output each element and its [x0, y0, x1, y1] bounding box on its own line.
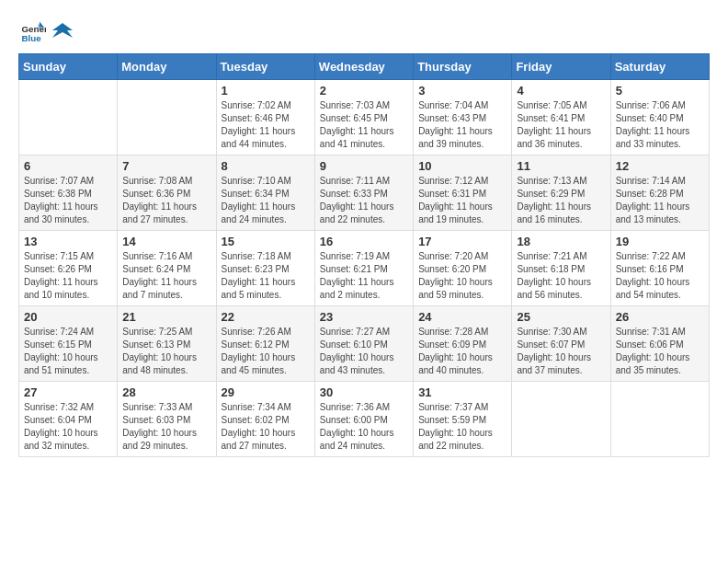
calendar-table: SundayMondayTuesdayWednesdayThursdayFrid…	[18, 53, 710, 457]
calendar-cell: 5Sunrise: 7:06 AM Sunset: 6:40 PM Daylig…	[610, 80, 709, 155]
day-number: 11	[517, 159, 605, 173]
calendar-cell: 18Sunrise: 7:21 AM Sunset: 6:18 PM Dayli…	[512, 231, 610, 306]
day-info: Sunrise: 7:12 AM Sunset: 6:31 PM Dayligh…	[418, 175, 506, 226]
weekday-header-friday: Friday	[512, 54, 610, 80]
week-row-4: 20Sunrise: 7:24 AM Sunset: 6:15 PM Dayli…	[19, 306, 710, 382]
calendar-cell: 20Sunrise: 7:24 AM Sunset: 6:15 PM Dayli…	[19, 306, 118, 382]
calendar-cell: 31Sunrise: 7:37 AM Sunset: 5:59 PM Dayli…	[414, 382, 512, 457]
day-info: Sunrise: 7:32 AM Sunset: 6:04 PM Dayligh…	[24, 401, 112, 453]
calendar-cell: 17Sunrise: 7:20 AM Sunset: 6:20 PM Dayli…	[414, 231, 512, 306]
week-row-5: 27Sunrise: 7:32 AM Sunset: 6:04 PM Dayli…	[19, 382, 710, 457]
calendar-cell: 9Sunrise: 7:11 AM Sunset: 6:33 PM Daylig…	[314, 155, 413, 231]
week-row-2: 6Sunrise: 7:07 AM Sunset: 6:38 PM Daylig…	[19, 155, 710, 231]
day-info: Sunrise: 7:22 AM Sunset: 6:16 PM Dayligh…	[616, 250, 704, 302]
day-number: 26	[616, 310, 704, 324]
calendar-cell: 11Sunrise: 7:13 AM Sunset: 6:29 PM Dayli…	[512, 155, 610, 231]
calendar-cell	[118, 80, 216, 155]
calendar-cell: 24Sunrise: 7:28 AM Sunset: 6:09 PM Dayli…	[414, 306, 512, 382]
calendar-cell: 6Sunrise: 7:07 AM Sunset: 6:38 PM Daylig…	[19, 155, 118, 231]
day-number: 31	[418, 385, 506, 399]
day-info: Sunrise: 7:30 AM Sunset: 6:07 PM Dayligh…	[517, 326, 605, 377]
day-number: 23	[320, 310, 408, 324]
calendar-cell	[512, 382, 610, 457]
calendar-cell: 27Sunrise: 7:32 AM Sunset: 6:04 PM Dayli…	[19, 382, 118, 457]
day-info: Sunrise: 7:27 AM Sunset: 6:10 PM Dayligh…	[320, 326, 408, 377]
day-info: Sunrise: 7:14 AM Sunset: 6:28 PM Dayligh…	[616, 175, 704, 226]
day-info: Sunrise: 7:11 AM Sunset: 6:33 PM Dayligh…	[320, 175, 408, 226]
calendar-cell: 30Sunrise: 7:36 AM Sunset: 6:00 PM Dayli…	[314, 382, 413, 457]
day-info: Sunrise: 7:03 AM Sunset: 6:45 PM Dayligh…	[320, 99, 408, 151]
day-number: 24	[418, 310, 506, 324]
calendar-cell: 12Sunrise: 7:14 AM Sunset: 6:28 PM Dayli…	[610, 155, 709, 231]
day-number: 30	[320, 385, 408, 399]
weekday-header-row: SundayMondayTuesdayWednesdayThursdayFrid…	[19, 54, 710, 80]
day-info: Sunrise: 7:20 AM Sunset: 6:20 PM Dayligh…	[418, 250, 506, 302]
weekday-header-tuesday: Tuesday	[216, 54, 314, 80]
calendar-cell: 2Sunrise: 7:03 AM Sunset: 6:45 PM Daylig…	[314, 80, 413, 155]
day-info: Sunrise: 7:26 AM Sunset: 6:12 PM Dayligh…	[222, 326, 310, 377]
day-info: Sunrise: 7:15 AM Sunset: 6:26 PM Dayligh…	[24, 250, 112, 302]
weekday-header-sunday: Sunday	[19, 54, 118, 80]
day-number: 18	[517, 235, 605, 248]
calendar-cell: 21Sunrise: 7:25 AM Sunset: 6:13 PM Dayli…	[118, 306, 216, 382]
calendar-cell: 13Sunrise: 7:15 AM Sunset: 6:26 PM Dayli…	[19, 231, 118, 306]
day-info: Sunrise: 7:06 AM Sunset: 6:40 PM Dayligh…	[616, 99, 704, 151]
calendar-cell: 22Sunrise: 7:26 AM Sunset: 6:12 PM Dayli…	[216, 306, 314, 382]
day-number: 13	[24, 235, 112, 248]
logo: General Blue	[18, 18, 73, 44]
logo-icon: General Blue	[20, 18, 46, 44]
day-info: Sunrise: 7:28 AM Sunset: 6:09 PM Dayligh…	[418, 326, 506, 377]
day-number: 16	[320, 235, 408, 248]
day-info: Sunrise: 7:02 AM Sunset: 6:46 PM Dayligh…	[222, 99, 310, 151]
day-number: 7	[122, 159, 210, 173]
calendar-cell: 8Sunrise: 7:10 AM Sunset: 6:34 PM Daylig…	[216, 155, 314, 231]
day-number: 27	[24, 385, 112, 399]
calendar-cell: 19Sunrise: 7:22 AM Sunset: 6:16 PM Dayli…	[610, 231, 709, 306]
day-info: Sunrise: 7:33 AM Sunset: 6:03 PM Dayligh…	[122, 401, 210, 453]
day-info: Sunrise: 7:07 AM Sunset: 6:38 PM Dayligh…	[24, 175, 112, 226]
day-info: Sunrise: 7:04 AM Sunset: 6:43 PM Dayligh…	[418, 99, 506, 151]
day-number: 14	[122, 235, 210, 248]
day-info: Sunrise: 7:24 AM Sunset: 6:15 PM Dayligh…	[24, 326, 112, 377]
calendar-cell: 16Sunrise: 7:19 AM Sunset: 6:21 PM Dayli…	[314, 231, 413, 306]
weekday-header-thursday: Thursday	[414, 54, 512, 80]
calendar-cell	[19, 80, 118, 155]
calendar-cell: 28Sunrise: 7:33 AM Sunset: 6:03 PM Dayli…	[118, 382, 216, 457]
day-number: 8	[222, 159, 310, 173]
day-info: Sunrise: 7:31 AM Sunset: 6:06 PM Dayligh…	[616, 326, 704, 377]
weekday-header-monday: Monday	[118, 54, 216, 80]
day-info: Sunrise: 7:08 AM Sunset: 6:36 PM Dayligh…	[122, 175, 210, 226]
day-info: Sunrise: 7:16 AM Sunset: 6:24 PM Dayligh…	[122, 250, 210, 302]
day-number: 28	[122, 385, 210, 399]
day-info: Sunrise: 7:34 AM Sunset: 6:02 PM Dayligh…	[222, 401, 310, 453]
calendar-cell: 4Sunrise: 7:05 AM Sunset: 6:41 PM Daylig…	[512, 80, 610, 155]
day-info: Sunrise: 7:25 AM Sunset: 6:13 PM Dayligh…	[122, 326, 210, 377]
svg-text:Blue: Blue	[21, 33, 41, 43]
calendar-cell: 14Sunrise: 7:16 AM Sunset: 6:24 PM Dayli…	[118, 231, 216, 306]
svg-marker-5	[52, 23, 73, 38]
day-number: 21	[122, 310, 210, 324]
calendar-cell: 29Sunrise: 7:34 AM Sunset: 6:02 PM Dayli…	[216, 382, 314, 457]
day-number: 2	[320, 84, 408, 98]
week-row-3: 13Sunrise: 7:15 AM Sunset: 6:26 PM Dayli…	[19, 231, 710, 306]
day-number: 29	[222, 385, 310, 399]
calendar-cell: 26Sunrise: 7:31 AM Sunset: 6:06 PM Dayli…	[610, 306, 709, 382]
day-number: 17	[418, 235, 506, 248]
day-number: 20	[24, 310, 112, 324]
logo-bird-icon	[52, 21, 73, 41]
calendar-cell: 23Sunrise: 7:27 AM Sunset: 6:10 PM Dayli…	[314, 306, 413, 382]
calendar-cell: 10Sunrise: 7:12 AM Sunset: 6:31 PM Dayli…	[414, 155, 512, 231]
calendar-cell: 1Sunrise: 7:02 AM Sunset: 6:46 PM Daylig…	[216, 80, 314, 155]
day-number: 6	[24, 159, 112, 173]
day-info: Sunrise: 7:37 AM Sunset: 5:59 PM Dayligh…	[418, 401, 506, 453]
day-number: 22	[222, 310, 310, 324]
day-info: Sunrise: 7:18 AM Sunset: 6:23 PM Dayligh…	[222, 250, 310, 302]
day-number: 12	[616, 159, 704, 173]
day-number: 3	[418, 84, 506, 98]
day-number: 25	[517, 310, 605, 324]
day-info: Sunrise: 7:05 AM Sunset: 6:41 PM Dayligh…	[517, 99, 605, 151]
weekday-header-wednesday: Wednesday	[314, 54, 413, 80]
day-info: Sunrise: 7:19 AM Sunset: 6:21 PM Dayligh…	[320, 250, 408, 302]
calendar-cell: 3Sunrise: 7:04 AM Sunset: 6:43 PM Daylig…	[414, 80, 512, 155]
day-number: 5	[616, 84, 704, 98]
